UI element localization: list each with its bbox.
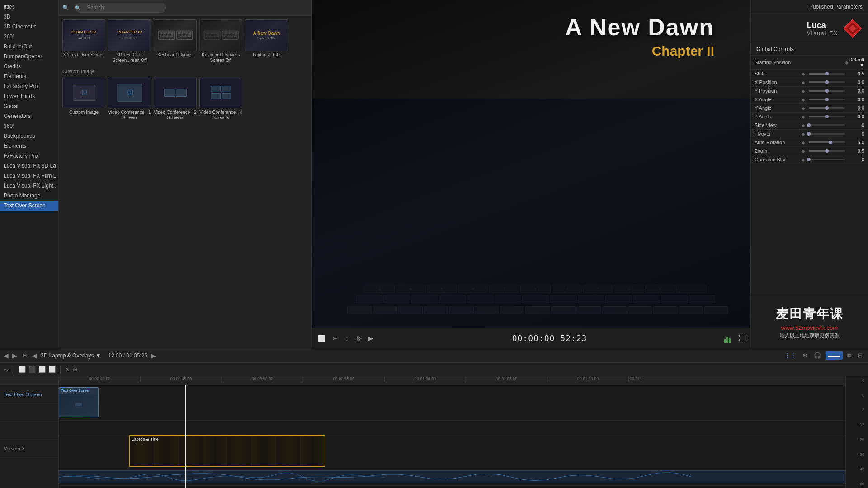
tl-btn-1[interactable]: ⋮⋮ (783, 351, 798, 360)
sidebar-item-elements[interactable]: Elements (0, 71, 58, 81)
level-meters: 6 0 -6 -12 -20 -30 -40 -60 (845, 376, 868, 488)
param-slider-x-angle[interactable] (809, 99, 845, 100)
sidebar-item-3d[interactable]: 3D (0, 12, 58, 22)
timeline-right-arrow[interactable]: ▶ (12, 352, 17, 359)
param-slider-y-angle[interactable] (809, 107, 845, 109)
param-reset-y-position[interactable]: ◆ (802, 89, 805, 94)
tool-btn-blade[interactable]: ⬜ (48, 366, 56, 373)
timeline-forward-btn[interactable]: ▶ (151, 352, 156, 359)
tool-btn-cut[interactable]: ⬛ (28, 366, 36, 373)
preview-area: Q W E R T Y U I O P A New Dawn Chapter I… (312, 0, 750, 348)
thumb-keyboard-flyover[interactable]: ⌨ Keyboard Flyover (154, 19, 197, 63)
param-value-x-angle: 0.0 (849, 97, 864, 102)
audio-bar-2 (726, 337, 728, 343)
tl-btn-clip[interactable]: ⧉ (845, 351, 853, 360)
sidebar-item-credits[interactable]: Credits (0, 61, 58, 71)
tool-btn-select[interactable]: ⬜ (19, 366, 26, 373)
params-list: Starting Position ◆ Default ▼ Shift ◆ 0.… (751, 56, 868, 164)
sidebar-item-generators[interactable]: Generators (0, 111, 58, 121)
tool-btn-trim[interactable]: ⊕ (73, 366, 78, 373)
search-input[interactable] (75, 3, 166, 13)
sidebar-item-luca-3d[interactable]: Luca Visual FX 3D La... (0, 161, 58, 171)
param-reset-x-angle[interactable]: ◆ (802, 97, 805, 102)
thumb-label-laptop: Laptop & Title (253, 52, 280, 58)
clip-audio[interactable] (59, 470, 845, 483)
thumb-3d-text-over-screen[interactable]: CHAPTER IV3D Text 3D Text Over Screen (62, 19, 105, 63)
track-row-empty-1 (59, 421, 845, 434)
param-reset-auto-rotation[interactable]: ◆ (802, 140, 805, 145)
param-row-side-view: Side View ◆ 0 (751, 121, 868, 130)
tl-btn-blue[interactable]: ▬▬ (826, 351, 843, 360)
thumb-img-keyboard: ⌨ (154, 19, 197, 51)
param-reset-y-angle[interactable]: ◆ (802, 106, 805, 111)
param-slider-z-angle[interactable] (809, 116, 845, 117)
timeline-left-arrow[interactable]: ◀ (4, 352, 9, 359)
sidebar-item-backgrounds[interactable]: Backgrounds (0, 131, 58, 141)
sidebar-item-360-2[interactable]: 360° (0, 121, 58, 131)
sidebar-item-fxfactory[interactable]: FxFactory Pro (0, 81, 58, 91)
tool-btn-hand[interactable]: ⬜ (38, 366, 46, 373)
thumb-custom-image[interactable]: 🖥 Custom Image (62, 77, 105, 121)
param-slider-flyover[interactable] (809, 133, 845, 135)
param-slider-auto-rotation[interactable] (809, 141, 845, 143)
tl-btn-2[interactable]: ⊕ (801, 351, 809, 360)
sidebar-item-3d-cinematic[interactable]: 3D Cinematic (0, 22, 58, 32)
track-label-audio: Version 3 (0, 440, 58, 458)
thumb-vc-2screens[interactable]: Video Conference - 2 Screens (154, 77, 197, 121)
sidebar-item-luca-film[interactable]: Luca Visual FX Film L... (0, 171, 58, 181)
timeline-zoom-out[interactable]: ⊟ (21, 352, 28, 359)
clip-text-over-screen[interactable]: Text Over Screen ⌨ (59, 387, 99, 417)
timeline-title[interactable]: 3D Laptop & Overlays ▼ (41, 352, 101, 359)
thumb-label-keyboard-off: Keyboard Flyover - Screen Off (199, 52, 242, 63)
param-reset-side-view[interactable]: ◆ (802, 123, 805, 128)
thumb-vc-4screens[interactable]: Video Conference - 4 Screens (199, 77, 242, 121)
param-reset-gaussian-blur[interactable]: ◆ (802, 157, 805, 162)
sidebar-item-fxfactory-2[interactable]: FxFactory Pro (0, 151, 58, 161)
trim-btn[interactable]: ↕ (344, 333, 350, 343)
sidebar-item-luca-light[interactable]: Luca Visual FX Light... (0, 181, 58, 191)
param-row-z-angle: Z Angle ◆ 0.0 (751, 113, 868, 121)
param-value-x-position: 0.0 (849, 80, 864, 85)
param-reset-z-angle[interactable]: ◆ (802, 114, 805, 119)
browser-content: CHAPTER IV3D Text 3D Text Over Screen CH… (59, 16, 311, 348)
param-reset-x-position[interactable]: ◆ (802, 80, 805, 85)
param-slider-shift[interactable] (809, 73, 845, 75)
sidebar-item-elements-2[interactable]: Elements (0, 141, 58, 151)
settings-btn[interactable]: ⚙ (354, 333, 363, 343)
clip-laptop-title-label: Laptop & Title (130, 436, 160, 442)
sidebar-item-titles[interactable]: titles (0, 2, 58, 12)
fullscreen-btn[interactable]: ⛶ (739, 334, 746, 343)
param-reset-starting-position[interactable]: ◆ (845, 60, 849, 65)
param-slider-side-view[interactable] (809, 124, 845, 126)
sidebar-item-360[interactable]: 360° (0, 32, 58, 42)
thumb-laptop-title[interactable]: A New Dawn Laptop & Title Laptop & Title (245, 19, 288, 63)
param-reset-flyover[interactable]: ◆ (802, 131, 805, 136)
sidebar-item-bumper[interactable]: Bumper/Opener (0, 52, 58, 61)
sidebar-item-build[interactable]: Build In/Out (0, 42, 58, 52)
ruler-mark-4: 00:00:55:00 (303, 376, 384, 382)
tl-btn-snap[interactable]: ⊞ (856, 351, 864, 360)
param-slider-y-position[interactable] (809, 90, 845, 92)
clip-text-over-label: Text Over Screen (59, 388, 98, 394)
clip-laptop-title[interactable]: Laptop & Title (129, 435, 326, 467)
thumb-label-3d-text-off: 3D Text Over Screen...reen Off (108, 52, 151, 63)
tool-btn-arrow[interactable]: ↖ (65, 366, 70, 373)
param-slider-zoom[interactable] (809, 150, 845, 152)
track-row-laptop-title: Laptop & Title (59, 434, 845, 469)
timeline-back-btn[interactable]: ◀ (32, 352, 37, 359)
sidebar-item-social[interactable]: Social (0, 101, 58, 111)
sidebar-item-photo-montage[interactable]: Photo Montage (0, 191, 58, 201)
tl-btn-headphones[interactable]: 🎧 (812, 351, 823, 360)
thumb-3d-text-screen-off[interactable]: CHAPTER IVScreen Off 3D Text Over Screen… (108, 19, 151, 63)
view-mode-btn[interactable]: ⬜ (316, 333, 327, 343)
param-slider-x-position[interactable] (809, 81, 845, 83)
param-slider-gaussian-blur[interactable] (809, 159, 845, 160)
transform-btn[interactable]: ✂ (331, 333, 340, 343)
param-row-x-angle: X Angle ◆ 0.0 (751, 95, 868, 104)
thumb-vc-1screen[interactable]: 🖥 Video Conference - 1 Screen (108, 77, 151, 121)
param-reset-zoom[interactable]: ◆ (802, 149, 805, 154)
param-reset-shift[interactable]: ◆ (802, 71, 805, 76)
sidebar-item-lower-thirds[interactable]: Lower Thirds (0, 91, 58, 101)
sidebar-item-text-over-screen[interactable]: Text Over Screen (0, 201, 58, 211)
thumb-keyboard-flyover-off[interactable]: ⌨ Keyboard Flyover - Screen Off (199, 19, 242, 63)
